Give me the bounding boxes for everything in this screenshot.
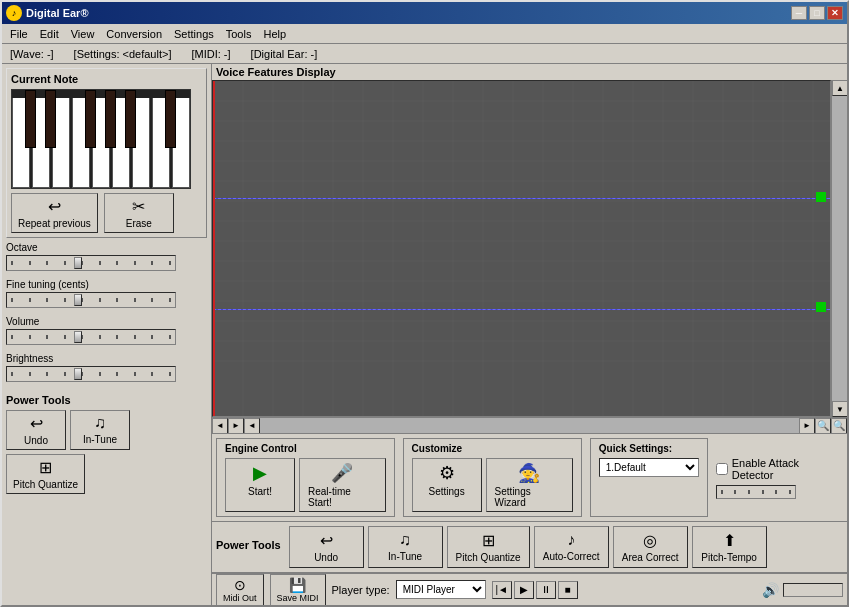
status-digital-ear: [Digital Ear: -]: [251, 48, 318, 60]
brightness-slider-thumb[interactable]: [74, 368, 82, 380]
settings-label: Settings: [429, 486, 465, 497]
brightness-slider[interactable]: [6, 366, 176, 382]
pitch-quantize-main-button[interactable]: ⊞ Pitch Quantize: [447, 526, 530, 568]
slider-dot: [64, 372, 66, 376]
undo-main-label: Undo: [314, 552, 338, 563]
undo-main-button[interactable]: ↩ Undo: [289, 526, 364, 568]
enable-attack-checkbox[interactable]: [716, 463, 728, 475]
fine-tuning-slider-thumb[interactable]: [74, 294, 82, 306]
slider-dot: [11, 298, 13, 302]
app-icon: ♪: [6, 5, 22, 21]
close-button[interactable]: ✕: [827, 6, 843, 20]
voice-features-label: Voice Features Display: [212, 64, 847, 80]
quick-settings-label: Quick Settings:: [599, 443, 699, 454]
slider-dot: [789, 490, 791, 494]
pitch-quantize-main-label: Pitch Quantize: [456, 552, 521, 563]
menu-edit[interactable]: Edit: [34, 26, 65, 42]
menu-tools[interactable]: Tools: [220, 26, 258, 42]
scroll-up-button[interactable]: ▲: [832, 80, 847, 96]
slider-dot: [99, 261, 101, 265]
quick-settings-group: Quick Settings: 1.Default 2.Option 3.Opt…: [590, 438, 708, 517]
zoom-in-button[interactable]: 🔍: [815, 418, 831, 434]
maximize-button[interactable]: □: [809, 6, 825, 20]
rewind-button[interactable]: |◄: [492, 581, 512, 599]
piano-key-as[interactable]: [125, 90, 136, 148]
auto-correct-button[interactable]: ♪ Auto-Correct: [534, 526, 609, 568]
slider-dot: [169, 261, 171, 265]
stop-button[interactable]: ■: [558, 581, 578, 599]
play-button[interactable]: ▶: [514, 581, 534, 599]
auto-correct-icon: ♪: [567, 531, 575, 549]
volume-group: Volume: [6, 316, 207, 345]
power-tools-buttons: ↩ Undo ♫ In-Tune ⊞ Pitch Quantize: [6, 410, 207, 494]
slider-dot: [775, 490, 777, 494]
zoom-out-button[interactable]: 🔍: [831, 418, 847, 434]
menu-help[interactable]: Help: [257, 26, 292, 42]
midi-out-button[interactable]: ⊙ Midi Out: [216, 574, 264, 606]
scroll-right-small-button[interactable]: ►: [799, 418, 815, 434]
titlebar: ♪ Digital Ear® ─ □ ✕: [2, 2, 847, 24]
volume-slider[interactable]: [6, 329, 176, 345]
pitch-quantize-button[interactable]: ⊞ Pitch Quantize: [6, 454, 85, 494]
display-grid-svg: [213, 81, 830, 416]
slider-dot: [134, 261, 136, 265]
enable-attack-label: Enable Attack Detector: [732, 457, 843, 481]
repeat-previous-button[interactable]: ↩ Repeat previous: [11, 193, 98, 233]
right-panel: Voice Features Display: [212, 64, 847, 605]
menu-file[interactable]: File: [4, 26, 34, 42]
volume-slider-thumb[interactable]: [74, 331, 82, 343]
player-type-select[interactable]: MIDI Player Wave Player: [396, 580, 486, 599]
undo-icon: ↩: [30, 414, 43, 433]
fine-tuning-slider[interactable]: [6, 292, 176, 308]
erase-button[interactable]: ✂ Erase: [104, 193, 174, 233]
octave-slider-thumb[interactable]: [74, 257, 82, 269]
slider-dot: [134, 298, 136, 302]
area-correct-button[interactable]: ◎ Area Correct: [613, 526, 688, 568]
piano-key-fs[interactable]: [85, 90, 96, 148]
slider-dot: [116, 298, 118, 302]
octave-slider[interactable]: [6, 255, 176, 271]
scroll-left-small-button[interactable]: ◄: [244, 418, 260, 434]
quick-settings-select[interactable]: 1.Default 2.Option 3.Option: [599, 458, 699, 477]
settings-button[interactable]: ⚙ Settings: [412, 458, 482, 512]
pitch-tempo-label: Pitch-Tempo: [701, 552, 757, 563]
statusbar-top: [Wave: -] [Settings: <default>] [MIDI: -…: [2, 44, 847, 64]
status-midi: [MIDI: -]: [191, 48, 230, 60]
minimize-button[interactable]: ─: [791, 6, 807, 20]
menu-settings[interactable]: Settings: [168, 26, 220, 42]
slider-dot: [748, 490, 750, 494]
piano-key-ds[interactable]: [45, 90, 56, 148]
in-tune-main-button[interactable]: ♫ In-Tune: [368, 526, 443, 568]
in-tune-main-icon: ♫: [399, 531, 411, 549]
scroll-back-button[interactable]: ◄: [212, 418, 228, 434]
scroll-forward-button[interactable]: ►: [228, 418, 244, 434]
vertical-scrollbar: ▲ ▼: [831, 80, 847, 417]
pause-button[interactable]: ⏸: [536, 581, 556, 599]
main-window: ♪ Digital Ear® ─ □ ✕ File Edit View Conv…: [0, 0, 849, 607]
volume-slider-bottom[interactable]: [783, 583, 843, 597]
settings-wizard-button[interactable]: 🧙 Settings Wizard: [486, 458, 573, 512]
piano-key-gs[interactable]: [105, 90, 116, 148]
engine-control-group: Engine Control ▶ Start! 🎤 Real-time Star…: [216, 438, 395, 517]
menu-conversion[interactable]: Conversion: [100, 26, 168, 42]
scroll-down-button[interactable]: ▼: [832, 401, 847, 417]
realtime-start-button[interactable]: 🎤 Real-time Start!: [299, 458, 386, 512]
in-tune-button[interactable]: ♫ In-Tune: [70, 410, 130, 450]
save-midi-button[interactable]: 💾 Save MIDI: [270, 574, 326, 606]
attack-detector-check-row: Enable Attack Detector: [716, 457, 843, 481]
wizard-icon: 🧙: [518, 462, 540, 484]
slider-dot: [134, 335, 136, 339]
player-type-label: Player type:: [332, 584, 390, 596]
menu-view[interactable]: View: [65, 26, 101, 42]
attack-detector-slider[interactable]: [716, 485, 796, 499]
piano-key-cs2[interactable]: [165, 90, 176, 148]
slider-dot: [64, 335, 66, 339]
start-button[interactable]: ▶ Start!: [225, 458, 295, 512]
scroll-track-v[interactable]: [832, 96, 847, 401]
undo-button[interactable]: ↩ Undo: [6, 410, 66, 450]
piano-keyboard: [11, 89, 191, 189]
scroll-track-h[interactable]: [260, 418, 799, 434]
piano-key-cs[interactable]: [25, 90, 36, 148]
attack-slider-dots: [717, 490, 795, 494]
pitch-tempo-button[interactable]: ⬆ Pitch-Tempo: [692, 526, 767, 568]
